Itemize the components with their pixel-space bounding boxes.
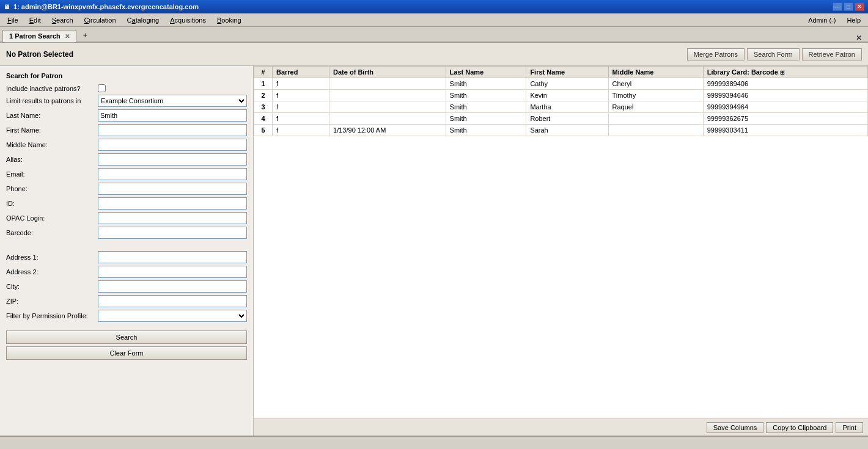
cell-firstname: Kevin xyxy=(526,90,608,101)
alias-input[interactable] xyxy=(98,153,247,166)
address2-input[interactable] xyxy=(98,266,247,278)
cell-barred: f xyxy=(273,113,329,125)
phone-input[interactable] xyxy=(98,183,247,195)
menu-edit[interactable]: Edit xyxy=(24,15,46,25)
barcode-input[interactable] xyxy=(98,227,247,239)
content-area: Search for Patron Include inactive patro… xyxy=(0,66,868,436)
merge-patrons-button[interactable]: Merge Patrons xyxy=(687,48,745,60)
first-name-row: First Name: xyxy=(6,124,247,136)
menu-circulation[interactable]: Circulation xyxy=(79,15,121,25)
middle-name-row: Middle Name: xyxy=(6,139,247,151)
cell-barcode: 99999389406 xyxy=(703,78,867,90)
table-row[interactable]: 4fSmithRobert99999362675 xyxy=(254,113,868,125)
id-input[interactable] xyxy=(98,197,247,210)
include-inactive-checkbox[interactable] xyxy=(98,84,106,92)
table-row[interactable]: 1fSmithCathyCheryl99999389406 xyxy=(254,78,868,90)
col-header-dob: Date of Birth xyxy=(329,67,446,78)
help-menu[interactable]: Help xyxy=(842,15,866,25)
opac-login-row: OPAC Login: xyxy=(6,212,247,224)
patron-status-label: No Patron Selected xyxy=(6,50,73,59)
search-form-title: Search for Patron xyxy=(6,72,247,79)
middle-name-input[interactable] xyxy=(98,139,247,151)
search-button[interactable]: Search xyxy=(6,330,247,344)
alias-row: Alias: xyxy=(6,153,247,166)
zip-input[interactable] xyxy=(98,295,247,307)
tab-add-button[interactable]: + xyxy=(78,29,93,42)
minimize-button[interactable]: — xyxy=(833,2,842,11)
limit-results-row: Limit results to patrons in Example Cons… xyxy=(6,95,247,107)
menu-acquisitions[interactable]: Acquisitions xyxy=(165,15,211,25)
close-button[interactable]: ✕ xyxy=(855,2,864,11)
menu-search[interactable]: Search xyxy=(47,15,78,25)
opac-login-input[interactable] xyxy=(98,212,247,224)
results-table: # Barred Date of Birth Last Name First N… xyxy=(254,66,868,136)
phone-label: Phone: xyxy=(6,185,98,192)
city-label: City: xyxy=(6,283,98,290)
table-row[interactable]: 2fSmithKevinTimothy99999394646 xyxy=(254,90,868,101)
include-inactive-row: Include inactive patrons? xyxy=(6,84,247,92)
cell-num: 3 xyxy=(254,101,273,113)
cell-middlename: Cheryl xyxy=(608,78,703,90)
menu-file[interactable]: File xyxy=(2,15,23,25)
title-bar: 🖥 1: admin@BR1-winxpvmfx.phasefx.evergre… xyxy=(0,0,868,13)
menu-cataloging[interactable]: Cataloging xyxy=(122,15,164,25)
filter-profile-row: Filter by Permission Profile: xyxy=(6,310,247,322)
cell-barred: f xyxy=(273,125,329,136)
cell-barcode: 99999394964 xyxy=(703,101,867,113)
address2-row: Address 2: xyxy=(6,266,247,278)
tab-close-all[interactable]: ✕ xyxy=(852,34,866,42)
limit-results-label: Limit results to patrons in xyxy=(6,97,98,104)
address1-row: Address 1: xyxy=(6,251,247,263)
menu-booking[interactable]: Booking xyxy=(212,15,246,25)
phone-row: Phone: xyxy=(6,183,247,195)
cell-firstname: Martha xyxy=(526,101,608,113)
clear-form-button[interactable]: Clear Form xyxy=(6,346,247,360)
cell-num: 1 xyxy=(254,78,273,90)
cell-barcode: 99999394646 xyxy=(703,90,867,101)
zip-row: ZIP: xyxy=(6,295,247,307)
first-name-label: First Name: xyxy=(6,126,98,134)
status-bar xyxy=(0,436,868,449)
cell-lastname: Smith xyxy=(446,101,526,113)
address1-label: Address 1: xyxy=(6,254,98,261)
window-title: 1: admin@BR1-winxpvmfx.phasefx.evergreen… xyxy=(13,3,199,10)
retrieve-patron-button[interactable]: Retrieve Patron xyxy=(802,48,862,60)
cell-lastname: Smith xyxy=(446,125,526,136)
menu-bar: File Edit Search Circulation Cataloging … xyxy=(0,13,868,27)
barcode-label: Barcode: xyxy=(6,229,98,236)
address2-label: Address 2: xyxy=(6,268,98,276)
email-label: Email: xyxy=(6,170,98,178)
filter-profile-select[interactable] xyxy=(98,310,247,322)
table-row[interactable]: 3fSmithMarthaRaquel99999394964 xyxy=(254,101,868,113)
table-row[interactable]: 5f1/13/90 12:00 AMSmithSarah99999303411 xyxy=(254,125,868,136)
top-toolbar: No Patron Selected Merge Patrons Search … xyxy=(0,43,868,66)
col-header-middlename: Middle Name xyxy=(608,67,703,78)
city-row: City: xyxy=(6,280,247,293)
search-form-button[interactable]: Search Form xyxy=(747,48,800,60)
print-button[interactable]: Print xyxy=(836,422,863,433)
address1-input[interactable] xyxy=(98,251,247,263)
cell-num: 4 xyxy=(254,113,273,125)
maximize-button[interactable]: □ xyxy=(844,2,853,11)
limit-results-select[interactable]: Example Consortium xyxy=(98,95,247,107)
email-input[interactable] xyxy=(98,168,247,180)
cell-firstname: Cathy xyxy=(526,78,608,90)
search-panel: Search for Patron Include inactive patro… xyxy=(0,66,254,436)
tab-label: 1 Patron Search xyxy=(9,32,61,40)
save-columns-button[interactable]: Save Columns xyxy=(707,422,764,433)
admin-menu[interactable]: Admin (-) xyxy=(803,15,840,25)
tab-patron-search[interactable]: 1 Patron Search ✕ xyxy=(2,30,76,42)
col-header-firstname: First Name xyxy=(526,67,608,78)
cell-barred: f xyxy=(273,90,329,101)
results-table-container: # Barred Date of Birth Last Name First N… xyxy=(254,66,868,418)
main-area: No Patron Selected Merge Patrons Search … xyxy=(0,43,868,436)
include-inactive-label: Include inactive patrons? xyxy=(6,85,98,92)
col-header-lastname: Last Name xyxy=(446,67,526,78)
col-header-barcode: Library Card: Barcode ⊞ xyxy=(703,67,867,78)
first-name-input[interactable] xyxy=(98,124,247,136)
cell-firstname: Robert xyxy=(526,113,608,125)
tab-close-icon[interactable]: ✕ xyxy=(65,33,70,40)
copy-clipboard-button[interactable]: Copy to Clipboard xyxy=(766,422,833,433)
city-input[interactable] xyxy=(98,280,247,293)
last-name-input[interactable] xyxy=(98,109,247,122)
